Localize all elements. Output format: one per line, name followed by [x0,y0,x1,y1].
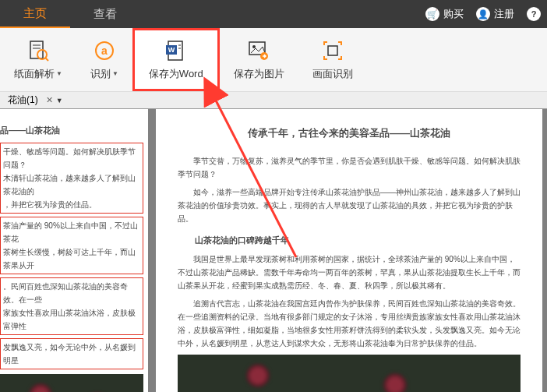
text-block: 发飘逸又亮，如今无论中外，从名媛到明星 [0,338,143,369]
save-word-button[interactable]: W 保存为Word [132,28,220,91]
paragraph: 如今，滋养一些高端品牌开始专注传承山茶花油护肤品——神州山茶花油，越来越多人了解… [178,185,521,225]
tab-home[interactable]: 主页 [0,0,70,28]
screen-ocr-label: 画面识别 [312,67,353,81]
text-block: 干燥、敏感等问题。如何解决肌肤季节问题？ 木清轩山茶花油，越来越多人了解到山茶花… [0,143,143,214]
page-preview-right[interactable]: 传承千年，古往今来的美容圣品——山茶花油 季节交替，万物复苏，滋养灵气的季节里，… [156,109,542,392]
save-image-button[interactable]: 保存为图片 [220,28,298,91]
screen-icon [321,39,344,62]
ocr-button[interactable]: a 识别▼ [76,28,132,91]
paragraph: 追溯古代言志，山茶花油在我国宫廷内曾作为护肤保养，民间百姓也深知山茶花油的美容奇… [178,297,521,350]
help-button[interactable]: ? [521,7,547,21]
svg-text:W: W [168,46,175,54]
word-icon: W [164,39,188,62]
ocr-label: 识别 [90,67,111,81]
save-image-label: 保存为图片 [234,67,284,81]
toolbar: 纸面解析▼ a 识别▼ W 保存为Word 保存为图片 画面识别 [0,28,547,92]
buy-label: 购买 [443,7,464,21]
ocr-icon: a [93,39,116,62]
help-icon: ? [527,7,541,21]
svg-point-13 [252,45,256,48]
register-label: 注册 [494,7,514,21]
svg-rect-15 [328,46,337,55]
register-button[interactable]: 👤 注册 [470,7,521,21]
text-block: 茶油产量的 90%以上来自中国，不过山茶花 茶树生长缓慢，树龄可达上千年，而山茶… [0,217,143,274]
paragraph: 我国是世界上最早发现茶树和利用茶树的国家，据统计，全球茶油产量的 90%以上来自… [178,253,521,292]
svg-text:a: a [101,44,108,57]
page-preview-left[interactable]: 品——山茶花油 干燥、敏感等问题。如何解决肌肤季节问题？ 木清轩山茶花油，越来越… [0,109,148,392]
image-icon [247,39,270,62]
screen-ocr-button[interactable]: 画面识别 [298,28,367,91]
subheading: 山茶花油的口碑跨越千年 [178,233,521,248]
dropdown-icon: ▼ [112,70,118,77]
save-word-label: 保存为Word [149,67,203,81]
workspace: 品——山茶花油 干燥、敏感等问题。如何解决肌肤季节问题？ 木清轩山茶花油，越来越… [0,109,547,392]
close-tab-icon[interactable]: ✕ [46,95,53,105]
tab-view[interactable]: 查看 [70,0,140,28]
parse-icon [26,39,50,62]
doc-title: 传承千年，古往今来的美容圣品——山茶花油 [178,125,521,142]
left-heading: 品——山茶花油 [0,123,143,138]
parse-button[interactable]: 纸面解析▼ [0,28,76,91]
dropdown-icon: ▼ [56,70,62,77]
cart-icon: 🛒 [425,7,439,21]
menu-bar: 主页 查看 🛒 购买 👤 注册 ? [0,0,547,28]
text-block: 。民间百姓也深知山茶花油的美容奇效。在一些 家族女性喜欢用山茶花油沐浴，皮肤极富… [0,277,143,335]
image-thumbnail [178,355,521,392]
parse-label: 纸面解析 [14,67,55,81]
buy-button[interactable]: 🛒 购买 [419,7,470,21]
document-tab[interactable]: 花油(1) [3,94,43,107]
user-icon: 👤 [476,7,490,21]
svg-line-4 [45,58,48,61]
tab-dropdown-icon[interactable]: ▼ [56,97,63,104]
paragraph: 季节交替，万物复苏，滋养灵气的季节里，你是否会遇到肌肤干燥、敏感等问题。如何解决… [178,154,521,181]
image-thumbnail [0,374,143,392]
document-tab-bar: 花油(1) ✕ ▼ [0,92,547,109]
